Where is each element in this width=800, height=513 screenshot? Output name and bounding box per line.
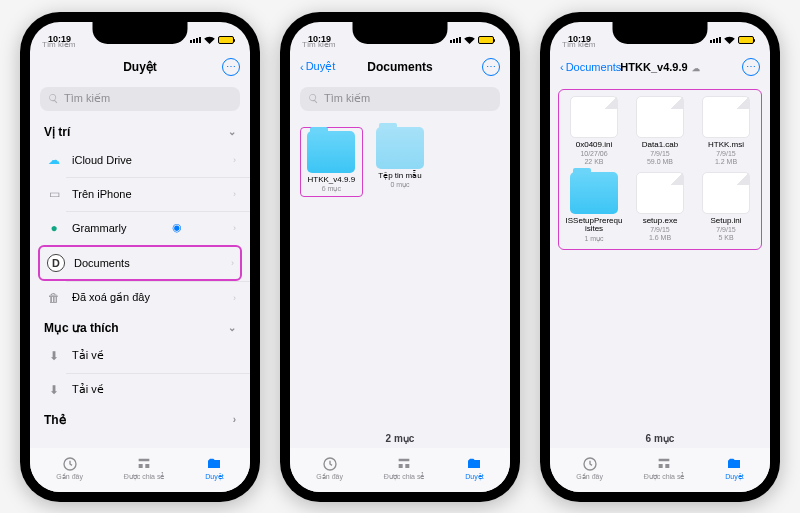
search-placeholder: Tìm kiếm xyxy=(324,92,370,105)
back-button[interactable]: ‹ Documents xyxy=(560,61,621,73)
search-field[interactable]: Tìm kiếm xyxy=(300,87,500,111)
tab-bar: Gần đây Được chia sẻ Duyệt xyxy=(290,448,510,492)
icloud-icon: ☁︎ xyxy=(44,150,64,170)
folder-item[interactable]: ISSetupPrerequisites 1 mục xyxy=(563,172,625,243)
tab-recents[interactable]: Gần đây xyxy=(576,456,603,481)
search-icon xyxy=(48,93,59,104)
location-icloud[interactable]: ☁︎ iCloud Drive › xyxy=(30,143,250,177)
battery-icon xyxy=(478,36,494,44)
file-item[interactable]: Setup.ini 7/9/155 KB xyxy=(695,172,757,243)
eye-icon: ◉ xyxy=(172,221,182,234)
file-item[interactable]: setup.exe 7/9/151.6 MB xyxy=(629,172,691,243)
favorite-downloads-2[interactable]: ⬇ Tải về xyxy=(30,373,250,407)
screen-documents: 10:19 Tìm kiếm ‹ Duyệt Documents ⋯ Tìm k… xyxy=(290,22,510,492)
chevron-right-icon: › xyxy=(233,189,236,199)
tab-bar: Gần đây Được chia sẻ Duyệt xyxy=(550,448,770,492)
file-item[interactable]: Data1.cab 7/9/1559.0 MB xyxy=(629,96,691,166)
chevron-right-icon: › xyxy=(231,258,234,268)
search-field[interactable]: Tìm kiếm xyxy=(40,87,240,111)
item-count: 6 mục xyxy=(550,429,770,448)
cloud-sync-icon: ☁︎ xyxy=(692,64,700,73)
section-locations-header[interactable]: Vị trí ⌄ xyxy=(30,119,250,143)
back-button[interactable]: ‹ Duyệt xyxy=(300,60,335,73)
phone-2: 10:19 Tìm kiếm ‹ Duyệt Documents ⋯ Tìm k… xyxy=(280,12,520,502)
location-iphone[interactable]: ▭ Trên iPhone › xyxy=(30,177,250,211)
battery-icon xyxy=(738,36,754,44)
tab-browse[interactable]: Duyệt xyxy=(205,456,223,481)
location-documents[interactable]: D Documents › xyxy=(38,245,242,281)
browse-content: Vị trí ⌄ ☁︎ iCloud Drive › ▭ Trên iPhone… xyxy=(30,119,250,448)
chevron-right-icon: › xyxy=(233,155,236,165)
tab-bar: Gần đây Được chia sẻ Duyệt xyxy=(30,448,250,492)
notch xyxy=(353,22,448,44)
section-tags-header[interactable]: Thẻ › xyxy=(30,407,250,431)
folder-sample[interactable]: Tệp tin mẫu 0 mục xyxy=(369,127,432,197)
chevron-right-icon: › xyxy=(233,223,236,233)
item-count: 2 mục xyxy=(290,429,510,448)
folder-icon xyxy=(570,172,618,214)
download-icon: ⬇ xyxy=(44,380,64,400)
tab-recents[interactable]: Gần đây xyxy=(56,456,83,481)
tab-recents[interactable]: Gần đây xyxy=(316,456,343,481)
trash-icon: 🗑 xyxy=(44,288,64,308)
tab-browse[interactable]: Duyệt xyxy=(465,456,483,481)
documents-content: HTKK_v4.9.9 6 mục Tệp tin mẫu 0 mục xyxy=(290,119,510,429)
location-deleted[interactable]: 🗑 Đã xoá gần đây › xyxy=(30,281,250,315)
file-icon xyxy=(570,96,618,138)
tab-shared[interactable]: Được chia sẻ xyxy=(644,456,685,481)
more-button[interactable]: ⋯ xyxy=(482,58,500,76)
folder-icon xyxy=(307,131,355,173)
favorite-downloads-1[interactable]: ⬇ Tải về xyxy=(30,339,250,373)
notch xyxy=(613,22,708,44)
battery-icon xyxy=(218,36,234,44)
nav-bar: ‹ Documents HTKK_v4.9.9☁︎ ⋯ xyxy=(550,51,770,83)
file-grid: 0x0409.ini 10/27/0622 KB Data1.cab 7/9/1… xyxy=(558,89,762,250)
file-icon xyxy=(702,172,750,214)
tab-shared[interactable]: Được chia sẻ xyxy=(124,456,165,481)
file-icon xyxy=(636,96,684,138)
search-placeholder: Tìm kiếm xyxy=(64,92,110,105)
chevron-down-icon: ⌄ xyxy=(228,126,236,137)
screen-folder-contents: 10:19 Tìm kiếm ‹ Documents HTKK_v4.9.9☁︎… xyxy=(550,22,770,492)
chevron-down-icon: ⌄ xyxy=(228,322,236,333)
documents-icon: D xyxy=(47,254,65,272)
tab-browse[interactable]: Duyệt xyxy=(725,456,743,481)
search-icon xyxy=(308,93,319,104)
tab-shared[interactable]: Được chia sẻ xyxy=(384,456,425,481)
phone-3: 10:19 Tìm kiếm ‹ Documents HTKK_v4.9.9☁︎… xyxy=(540,12,780,502)
file-item[interactable]: HTKK.msi 7/9/151.2 MB xyxy=(695,96,757,166)
download-icon: ⬇ xyxy=(44,346,64,366)
folder-content: 0x0409.ini 10/27/0622 KB Data1.cab 7/9/1… xyxy=(550,83,770,429)
more-button[interactable]: ⋯ xyxy=(742,58,760,76)
file-icon xyxy=(702,96,750,138)
folder-icon xyxy=(376,127,424,169)
nav-bar: ‹ Duyệt Documents ⋯ xyxy=(290,51,510,83)
screen-browse: 10:19 Tìm kiếm Duyệt ⋯ Tìm kiếm Vị trí ⌄… xyxy=(30,22,250,492)
file-item[interactable]: 0x0409.ini 10/27/0622 KB xyxy=(563,96,625,166)
grammarly-icon: ● xyxy=(44,218,64,238)
notch xyxy=(93,22,188,44)
nav-bar: Duyệt ⋯ xyxy=(30,51,250,83)
section-favorites-header[interactable]: Mục ưa thích ⌄ xyxy=(30,315,250,339)
page-title: Duyệt xyxy=(30,60,250,74)
folder-htkk[interactable]: HTKK_v4.9.9 6 mục xyxy=(300,127,363,197)
chevron-right-icon: › xyxy=(233,293,236,303)
phone-1: 10:19 Tìm kiếm Duyệt ⋯ Tìm kiếm Vị trí ⌄… xyxy=(20,12,260,502)
iphone-icon: ▭ xyxy=(44,184,64,204)
more-button[interactable]: ⋯ xyxy=(222,58,240,76)
chevron-right-icon: › xyxy=(233,414,236,425)
file-icon xyxy=(636,172,684,214)
location-grammarly[interactable]: ● Grammarly ◉ › xyxy=(30,211,250,245)
